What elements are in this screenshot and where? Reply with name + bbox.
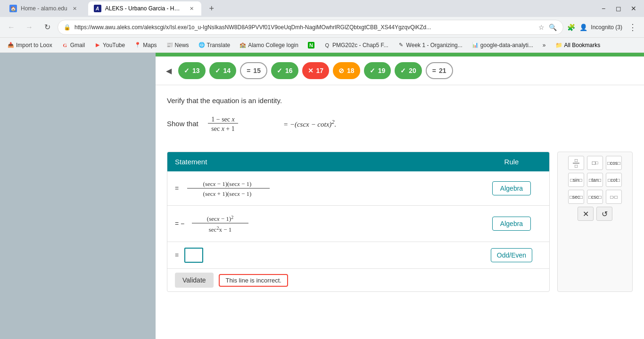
reload-button[interactable]: ↻ [40, 20, 55, 35]
equals-icon-15: = [247, 67, 250, 74]
all-bookmarks-folder[interactable]: 📁 All Bookmarks [552, 40, 604, 51]
cot-button[interactable]: □cot□ [606, 173, 622, 187]
validate-button[interactable]: Validate [175, 273, 214, 288]
svg-text:(secx + 1)(secx − 1): (secx + 1)(secx − 1) [203, 190, 252, 197]
close-button[interactable]: ✕ [627, 2, 640, 15]
bookmark-loox[interactable]: 📥 Import to Loox [4, 40, 56, 51]
equation-rhs-text: = −(cscx − cotx)2. [283, 119, 336, 129]
aleks-top-bar [156, 53, 644, 56]
problem-instruction: Verify that the equation is an identity. [167, 97, 633, 105]
proof-table-wrapper: Statement Rule = [167, 152, 550, 292]
rule-button-2[interactable]: Algebra [492, 217, 531, 231]
question-badge-14[interactable]: ✓ 14 [209, 62, 237, 79]
page-content: ◀ ✓ 13 ✓ 14 = 15 ✓ 16 ✕ [0, 53, 644, 339]
tab-home[interactable]: 🏠 Home - alamo.edu ✕ [4, 1, 84, 16]
clear-button[interactable]: ✕ [578, 207, 594, 221]
alamo-icon: 🏫 [239, 42, 246, 48]
sin-button[interactable]: □sin□ [568, 173, 584, 187]
bookmark-week1-label: Week 1 - Organizing... [406, 42, 462, 48]
tab-aleks-close[interactable]: ✕ [188, 5, 196, 12]
proof-table-header: Statement Rule [167, 152, 549, 171]
main-content: ◀ ✓ 13 ✓ 14 = 15 ✓ 16 ✕ [156, 53, 644, 339]
bookmark-n[interactable]: N [304, 40, 318, 51]
extensions-icon[interactable]: 🧩 [566, 23, 576, 32]
bookmark-news[interactable]: 📰 News [163, 40, 193, 51]
question-num-15: 15 [253, 67, 261, 74]
statement-header: Statement [167, 152, 474, 171]
question-badge-13[interactable]: ✓ 13 [178, 62, 206, 79]
maximize-button[interactable]: ◻ [612, 2, 625, 15]
math-input-field[interactable] [184, 248, 203, 263]
bookmark-alamo-label: Alamo College login [248, 42, 298, 48]
new-tab-button[interactable]: + [205, 2, 218, 15]
math-keyboard: □ □ □□ □cos□ □sin□ □tan□ □cot□ [557, 152, 633, 292]
question-num-18: 18 [347, 67, 355, 74]
question-badge-16[interactable]: ✓ 16 [271, 62, 298, 79]
question-badge-20[interactable]: ✓ 20 [395, 62, 422, 79]
address-bar[interactable]: 🔒 https://www.awu.aleks.com/alekscgi/x/I… [58, 20, 563, 35]
cos-button[interactable]: □cos□ [606, 156, 622, 170]
question-badge-15[interactable]: = 15 [240, 62, 267, 79]
csc-button[interactable]: □csc□ [587, 190, 603, 204]
sec-button[interactable]: □sec□ [568, 190, 584, 204]
news-icon: 📰 [166, 42, 173, 48]
svg-text:1 − sec x: 1 − sec x [211, 116, 235, 123]
question-num-13: 13 [192, 67, 200, 74]
bookmark-youtube-label: YouTube [103, 42, 125, 48]
check-icon-14: ✓ [215, 67, 221, 74]
google-data-icon: 📊 [472, 42, 479, 48]
proof-row-3: = Odd/Even [167, 242, 549, 269]
question-nav: ◀ ✓ 13 ✓ 14 = 15 ✓ 16 ✕ [156, 56, 644, 85]
proof-row-1: = (secx − 1)(secx − 1) (secx + 1)(secx −… [167, 171, 549, 206]
lens-icon[interactable]: 🔍 [548, 23, 557, 32]
address-icons: ☆ 🔍 [537, 23, 557, 32]
bookmark-google-data[interactable]: 📊 google-data-analyti... [468, 40, 537, 51]
gmail-icon: G [62, 42, 68, 48]
rule-cell-2: Algebra [474, 206, 549, 242]
superscript-button[interactable]: □□ [587, 156, 603, 170]
skip-icon-18: ⊘ [339, 67, 344, 74]
bookmark-gmail-label: Gmail [70, 42, 85, 48]
bookmark-gmail[interactable]: G Gmail [58, 40, 89, 51]
question-badge-17[interactable]: ✕ 17 [302, 62, 330, 79]
profile-icon[interactable]: 👤 [578, 23, 588, 32]
bookmark-youtube[interactable]: ▶ YouTube [91, 40, 129, 51]
multiply-button[interactable]: □·□ [606, 190, 622, 204]
keyboard-row-3: □sec□ □csc□ □·□ [561, 190, 628, 204]
bookmark-translate[interactable]: 🌐 Translate [195, 40, 234, 51]
question-badge-21[interactable]: = 21 [426, 62, 453, 79]
equals-icon-21: = [432, 67, 436, 74]
proof-row-2: = − (secx − 1)2 sec2x − 1 [167, 206, 549, 242]
bookmarks-bar: 📥 Import to Loox G Gmail ▶ YouTube 📍 Map… [0, 38, 644, 53]
equals-prefix-2: = − [175, 220, 184, 227]
bookmark-pmg[interactable]: Q PMG202c - Chap5 F... [320, 40, 392, 51]
n-icon: N [308, 42, 314, 48]
rule-button-1[interactable]: Algebra [492, 181, 531, 195]
forward-button[interactable]: → [22, 20, 37, 35]
question-num-21: 21 [439, 67, 446, 74]
tab-aleks[interactable]: A ALEKS - Urbano Garcia - HW 5 ✕ [88, 1, 201, 16]
more-bookmarks-button[interactable]: » [539, 40, 550, 51]
minimize-button[interactable]: − [597, 2, 610, 15]
bookmark-alamo[interactable]: 🏫 Alamo College login [236, 40, 302, 51]
question-num-16: 16 [285, 67, 293, 74]
bookmark-week1[interactable]: ✎ Week 1 - Organizing... [394, 40, 466, 51]
tab-home-title: Home - alamo.edu [21, 5, 67, 12]
proof-table: Statement Rule = [167, 152, 549, 291]
rule-button-3[interactable]: Odd/Even [491, 248, 532, 262]
tan-button[interactable]: □tan□ [587, 173, 603, 187]
tab-home-close[interactable]: ✕ [71, 5, 79, 12]
back-button[interactable]: ← [4, 20, 19, 35]
lock-icon: 🔒 [64, 24, 71, 31]
chrome-menu-button[interactable]: ⋮ [625, 20, 640, 35]
bookmark-star-icon[interactable]: ☆ [537, 23, 546, 32]
check-icon-20: ✓ [400, 67, 406, 74]
question-badge-18[interactable]: ⊘ 18 [333, 62, 360, 79]
fraction-button[interactable]: □ □ [568, 156, 584, 170]
question-badge-19[interactable]: ✓ 19 [364, 62, 391, 79]
nav-left-arrow[interactable]: ◀ [163, 65, 174, 76]
reset-button[interactable]: ↺ [596, 207, 612, 221]
bookmark-maps[interactable]: 📍 Maps [131, 40, 160, 51]
loox-icon: 📥 [8, 42, 14, 48]
bookmark-loox-label: Import to Loox [16, 42, 52, 48]
